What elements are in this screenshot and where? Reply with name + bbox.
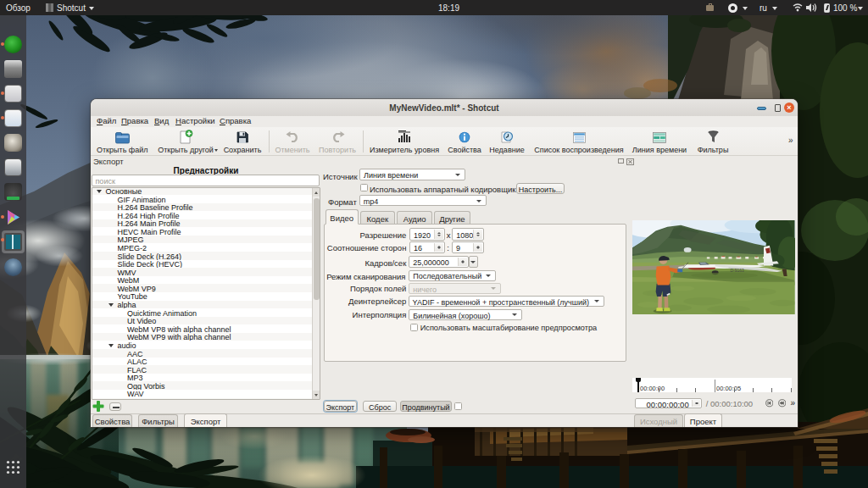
- svg-text:D-9163: D-9163: [730, 269, 743, 273]
